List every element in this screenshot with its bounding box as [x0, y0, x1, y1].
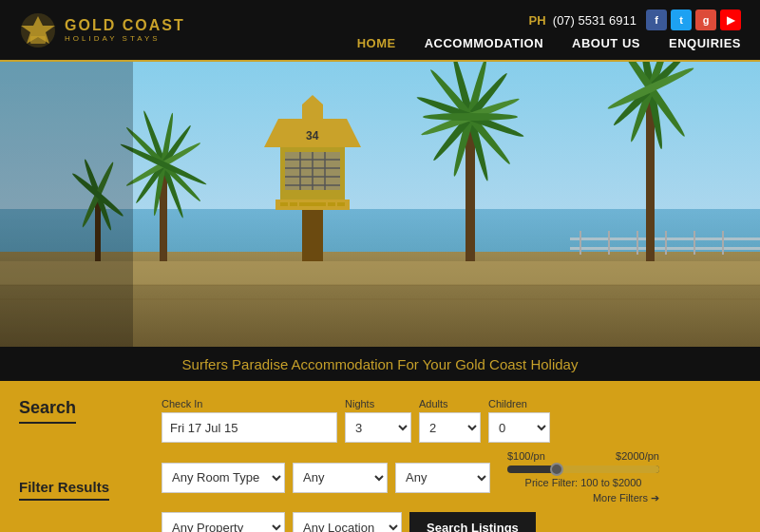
svg-rect-2: [30, 36, 46, 44]
phone-social-bar: PH (07) 5531 6911 f t g ▶: [529, 10, 741, 30]
price-slider-thumb[interactable]: [550, 463, 563, 476]
adults-select[interactable]: 2 1 3 4: [419, 412, 481, 443]
svg-rect-10: [608, 231, 610, 255]
checkin-group: Check In: [162, 398, 337, 443]
tagline-bar: Surfers Paradise Accommodation For Your …: [0, 347, 760, 381]
nav-enquiries[interactable]: ENQUIRIES: [669, 36, 741, 50]
search-button[interactable]: Search Listings: [409, 512, 536, 532]
search-row-2: Any Room Type Any Any $100/pn $2000/pn P…: [162, 450, 741, 504]
hero-image: 34: [0, 62, 760, 347]
twitter-icon[interactable]: t: [671, 10, 692, 30]
price-filter: $100/pn $2000/pn Price Filter: 100 to $2…: [498, 450, 659, 504]
search-section: Search Filter Results Check In Nights 3 …: [0, 381, 760, 532]
search-heading: Search: [19, 398, 76, 424]
filter-heading: Filter Results: [19, 479, 109, 501]
more-filters-link[interactable]: More Filters ➔: [507, 492, 659, 504]
svg-rect-40: [302, 204, 323, 261]
price-slider-fill: [553, 466, 659, 473]
price-max-label: $2000/pn: [616, 450, 659, 462]
price-slider-track[interactable]: [507, 466, 659, 473]
phone-prefix: PH: [529, 13, 546, 28]
nights-group: Nights 3 1 2 4 5 7: [345, 398, 411, 443]
checkin-input[interactable]: [162, 412, 337, 443]
nav-home[interactable]: HOME: [357, 36, 396, 50]
nav-about[interactable]: ABOUT US: [572, 36, 640, 50]
children-group: Children 0 1 2 3: [488, 398, 550, 443]
nights-label: Nights: [345, 398, 411, 409]
logo-text: GOLD COAST HOLIDAY STAYS: [65, 18, 185, 43]
svg-rect-55: [276, 200, 350, 202]
logo-icon: [19, 11, 57, 49]
main-nav: HOME ACCOMMODATION ABOUT US ENQUIRIES: [357, 36, 741, 50]
search-labels: Search Filter Results: [19, 398, 142, 532]
logo[interactable]: GOLD COAST HOLIDAY STAYS: [19, 11, 185, 49]
children-label: Children: [488, 398, 550, 409]
phone-number: PH (07) 5531 6911: [529, 13, 636, 28]
adults-label: Adults: [419, 398, 481, 409]
youtube-icon[interactable]: ▶: [720, 10, 741, 30]
adults-group: Adults 2 1 3 4: [419, 398, 481, 443]
google-plus-icon[interactable]: g: [695, 10, 716, 30]
svg-text:34: 34: [306, 129, 319, 142]
header-right: PH (07) 5531 6911 f t g ▶ HOME ACCOMMODA…: [357, 10, 741, 50]
search-row-1: Check In Nights 3 1 2 4 5 7 Adults 2 1: [162, 398, 741, 443]
nav-accommodation[interactable]: ACCOMMODATION: [425, 36, 543, 50]
children-select[interactable]: 0 1 2 3: [488, 412, 550, 443]
svg-rect-12: [665, 231, 667, 255]
svg-point-29: [423, 113, 518, 121]
svg-rect-11: [636, 231, 638, 255]
checkin-label: Check In: [162, 398, 337, 409]
svg-rect-64: [0, 62, 133, 347]
location-select[interactable]: Any Location: [293, 512, 402, 532]
any-select-1[interactable]: Any: [293, 463, 388, 493]
svg-rect-52: [302, 104, 323, 122]
price-min-label: $100/pn: [507, 450, 545, 462]
price-labels: $100/pn $2000/pn: [507, 450, 659, 462]
property-select[interactable]: Any Property: [162, 512, 285, 532]
tagline-text: Surfers Paradise Accommodation For Your …: [182, 356, 579, 372]
nights-select[interactable]: 3 1 2 4 5 7: [345, 412, 411, 443]
brand-name: GOLD COAST: [65, 18, 185, 33]
price-filter-label: Price Filter: 100 to $2000: [525, 477, 642, 488]
phone-digits: (07) 5531 6911: [553, 13, 636, 28]
any-select-2[interactable]: Any: [395, 463, 490, 493]
search-form: Check In Nights 3 1 2 4 5 7 Adults 2 1: [162, 398, 741, 532]
search-row-3: Any Property Any Location Search Listing…: [162, 512, 741, 532]
hero-svg: 34: [0, 62, 760, 347]
brand-tagline: HOLIDAY STAYS: [65, 35, 185, 43]
social-icons-group: f t g ▶: [646, 10, 741, 30]
facebook-icon[interactable]: f: [646, 10, 667, 30]
svg-rect-13: [694, 231, 695, 255]
site-header: GOLD COAST HOLIDAY STAYS PH (07) 5531 69…: [0, 0, 760, 62]
svg-rect-14: [722, 231, 724, 255]
room-type-select[interactable]: Any Room Type: [162, 463, 285, 493]
svg-rect-9: [580, 231, 581, 255]
